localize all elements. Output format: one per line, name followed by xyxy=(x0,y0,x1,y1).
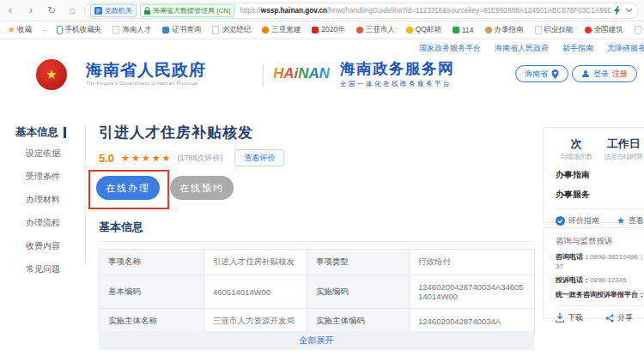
forward-icon[interactable]: › xyxy=(21,4,41,16)
guide-rating-row: 办事指南 ★★★★★ xyxy=(556,169,644,181)
url-scheme: https:// xyxy=(240,7,261,15)
table-label: 事项名称 xyxy=(100,250,204,275)
expand-all-button[interactable]: 全部展开 xyxy=(99,331,534,350)
lock-icon xyxy=(144,7,150,15)
star-icon: ★ xyxy=(617,215,625,226)
bookmark-item[interactable]: 三亚党建 xyxy=(262,25,301,35)
star-icon: ★ xyxy=(7,27,15,33)
table-label: 基本编码 xyxy=(100,275,204,309)
doc-icon xyxy=(212,26,219,34)
gov-title-block: 海南省人民政府 The People's Government of Haina… xyxy=(86,61,206,86)
table-value: 460514014W00 xyxy=(204,275,307,309)
rating-row-label: 办事服务 xyxy=(556,189,590,201)
back-icon[interactable]: ‹ xyxy=(0,4,21,16)
link-national-platform[interactable]: 国家政务服务平台 xyxy=(419,43,481,54)
service-rating-row: 办事服务 ★★★★★ xyxy=(556,189,644,201)
site-header: ★ 海南省人民政府 The People's Government of Hai… xyxy=(0,55,644,98)
sidebar-divider xyxy=(85,124,86,264)
rating-stars-icon: ★★★★★ xyxy=(121,153,172,164)
favicon xyxy=(406,27,413,33)
complaint-phone-value: 0898-12345 xyxy=(590,276,627,284)
evaluation-guide-link[interactable]: 评价指南 xyxy=(556,215,599,226)
online-handle-button[interactable]: 在线办理 xyxy=(96,176,160,200)
bookmark-item[interactable]: 职业技能 xyxy=(535,25,574,35)
url-path: /hnwt/handlingGuideline?id=1123316&sourc… xyxy=(327,7,611,15)
sidebar-item-faq[interactable]: 常见问题 xyxy=(26,263,60,275)
consult-phone-value-wrap: 37 xyxy=(556,262,644,270)
favicon xyxy=(262,27,269,33)
browser-chrome: ‹ › ↻ ⌂ 党政机关 海南省大数据管理局 [CN] https://wssp… xyxy=(0,0,644,21)
download-label: 下载 xyxy=(568,312,583,323)
link-accessibility[interactable]: 无障碍服务 xyxy=(607,43,644,54)
bookmark-item[interactable]: 海南人才 xyxy=(112,25,151,35)
bookmark-label: 收藏 xyxy=(17,25,32,35)
download-button[interactable]: 下载 xyxy=(556,312,583,323)
favicon xyxy=(485,27,492,33)
sidebar-item-fees[interactable]: 收费内容 xyxy=(26,240,60,252)
bookmark-label: 三亚党建 xyxy=(271,25,301,35)
bookmark-label: 2020年 xyxy=(321,25,344,35)
bookmark-item[interactable]: 办事指南 xyxy=(485,25,524,35)
chevron-down-icon[interactable] xyxy=(625,8,633,13)
bookmark-label: 职业技能 xyxy=(544,25,574,35)
doc-icon xyxy=(112,26,119,34)
sidebar-item-conditions[interactable]: 受理条件 xyxy=(26,171,60,183)
national-emblem-logo: ★ xyxy=(36,59,67,90)
region-label: 海南省 xyxy=(525,69,548,80)
bookmarks-bar: ★收藏 · 手机收藏夹 海南人才 证书查询 浏览经纪 三亚党建 2020年 三亚… xyxy=(0,21,644,39)
bookmark-item[interactable]: 证书查询 xyxy=(162,25,201,35)
sidebar-item-basis[interactable]: 设定依据 xyxy=(26,148,60,160)
table-value: 12460200428740034A3460514014W00 xyxy=(410,275,535,309)
sidebar-section-basic-info[interactable]: 基本信息 xyxy=(15,125,66,140)
online-reserve-button[interactable]: 在线预约 xyxy=(170,176,234,200)
bookmark-item[interactable]: 114 xyxy=(453,26,474,34)
bookmark-item[interactable]: 全国建筑 xyxy=(585,25,623,35)
link-hainan-gov[interactable]: 海南省人民政府 xyxy=(495,43,549,54)
evaluation-guide-label: 评价指南 xyxy=(568,215,599,226)
contact-card-title: 咨询与监督投诉 xyxy=(556,236,644,247)
gov-building-icon xyxy=(94,7,102,15)
stat-label: 到现场次数 xyxy=(560,153,592,161)
cert-badge[interactable]: 海南省大数据管理局 [CN] xyxy=(140,4,234,17)
address-bar[interactable]: 党政机关 海南省大数据管理局 [CN] https://wssp.hainan.… xyxy=(84,3,639,19)
home-icon[interactable]: ⌂ xyxy=(62,4,82,16)
card-divider xyxy=(556,305,644,306)
view-label: 查看 xyxy=(629,215,644,226)
rating-row-label: 办事指南 xyxy=(556,169,590,181)
share-label: 分享 xyxy=(617,312,633,323)
contact-card: 咨询与监督投诉 咨询电话：0898-38219496；0 37 投诉电话：089… xyxy=(543,227,644,319)
bookmark-item[interactable]: 技能人才 xyxy=(635,25,644,35)
card-divider xyxy=(556,208,644,209)
table-value: 行政给付 xyxy=(410,250,535,275)
view-link[interactable]: ★ 查看 xyxy=(617,215,644,226)
sidebar-item-materials[interactable]: 办理材料 xyxy=(26,194,60,206)
bookmark-item[interactable]: QQ邮箱 xyxy=(406,25,441,35)
contact-card-footer: 下载 分享 xyxy=(556,312,644,323)
bookmark-label: 三亚市人 xyxy=(366,25,395,35)
register-button[interactable]: 注册 xyxy=(612,69,628,80)
bookmark-item[interactable]: 2020年 xyxy=(312,25,344,35)
bookmark-mobile-favorites[interactable]: 手机收藏夹 xyxy=(57,25,102,35)
region-selector[interactable]: 海南省 xyxy=(515,65,568,82)
bookmark-item[interactable]: 浏览经纪 xyxy=(212,25,251,35)
bookmark-label: 证书查询 xyxy=(172,25,201,35)
basic-info-table: 事项名称 引进人才住房补贴核发 事项类型 行政给付 基本编码 460514014… xyxy=(99,249,534,335)
refresh-icon[interactable]: ↻ xyxy=(41,4,62,16)
stat-value: 次 xyxy=(571,136,582,149)
emblem-star: ★ xyxy=(46,67,57,82)
hainan-brand-logo: HAiNAN xyxy=(273,65,330,82)
link-beginner-guide[interactable]: 新手指南 xyxy=(562,43,593,54)
share-button[interactable]: 分享 xyxy=(605,312,633,323)
view-reviews-button[interactable]: 查看评价 xyxy=(234,149,284,166)
lightning-icon[interactable] xyxy=(614,6,620,15)
sidebar-item-process[interactable]: 办理流程 xyxy=(26,217,60,229)
url-text[interactable]: https://wssp.hainan.gov.cn/hnwt/handling… xyxy=(240,7,611,15)
stat-visits: 次 到现场次数 xyxy=(556,136,597,161)
bookmark-item[interactable]: 三亚市人 xyxy=(356,25,395,35)
bookmark-label: 全国建筑 xyxy=(594,25,623,35)
login-button[interactable]: 登录 xyxy=(593,69,609,80)
site-subtitle: 全国一体化在线政务服务平台 xyxy=(340,80,454,88)
bookmark-favorites[interactable]: ★收藏 xyxy=(7,25,32,35)
site-type-badge[interactable]: 党政机关 xyxy=(90,4,137,17)
site-type-label: 党政机关 xyxy=(105,6,132,15)
